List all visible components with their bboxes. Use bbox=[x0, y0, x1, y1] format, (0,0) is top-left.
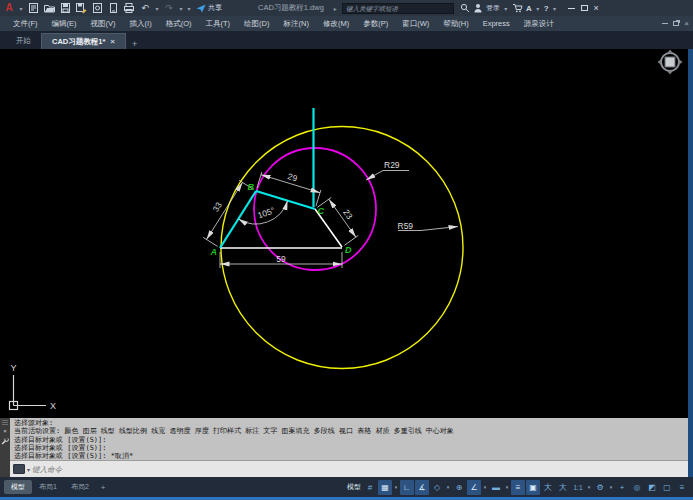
share-button[interactable]: 共享 bbox=[196, 3, 222, 13]
graphics-performance-toggle[interactable]: ◩ bbox=[645, 480, 659, 495]
app-logo-icon[interactable]: A bbox=[2, 2, 16, 14]
dim-angle-text[interactable]: 105° bbox=[256, 205, 276, 220]
menu-yuanquan[interactable]: 源泉设计 bbox=[517, 16, 561, 31]
menu-dimension[interactable]: 标注(N) bbox=[277, 16, 316, 31]
command-prompt-icon[interactable] bbox=[13, 464, 25, 474]
command-history[interactable]: 选择源对象: 当前活动设置: 颜色 图层 线型 线型比例 线宽 透明度 厚度 打… bbox=[10, 418, 693, 460]
redo-dropdown-icon[interactable]: ▾ bbox=[178, 5, 184, 12]
help-button[interactable]: ? bbox=[544, 4, 549, 13]
help-search-input[interactable] bbox=[342, 3, 454, 14]
menu-tools[interactable]: 工具(T) bbox=[199, 16, 238, 31]
menu-format[interactable]: 格式(O) bbox=[159, 16, 199, 31]
tab-close-icon[interactable]: × bbox=[110, 37, 115, 46]
search-caret-icon[interactable]: ▸ bbox=[334, 5, 337, 12]
osnap-dropdown-icon[interactable]: ▾ bbox=[482, 484, 488, 490]
vertical-scrollbar[interactable] bbox=[688, 49, 693, 477]
menu-modify[interactable]: 修改(M) bbox=[316, 16, 356, 31]
dim-ad-text[interactable]: 59 bbox=[276, 254, 286, 264]
drawing-viewport[interactable]: 33 29 23 bbox=[0, 49, 693, 418]
line-ab[interactable] bbox=[220, 191, 256, 248]
annotation-scale-button[interactable]: 1:1 bbox=[571, 480, 585, 495]
snap-dropdown-icon[interactable]: ▾ bbox=[393, 484, 399, 490]
command-wrench-icon[interactable] bbox=[1, 437, 9, 445]
close-button[interactable]: × bbox=[594, 4, 599, 13]
help-dropdown-icon[interactable]: ▾ bbox=[552, 5, 558, 12]
user-icon[interactable] bbox=[473, 3, 483, 13]
dim-ab-text[interactable]: 33 bbox=[210, 200, 224, 214]
transmit-button[interactable] bbox=[106, 2, 120, 15]
workspace-dropdown-icon[interactable]: ▾ bbox=[608, 484, 614, 490]
doc-restore-button[interactable] bbox=[673, 21, 679, 26]
maximize-button[interactable] bbox=[581, 5, 588, 11]
app-store-cart-icon[interactable] bbox=[512, 3, 523, 13]
print-button[interactable] bbox=[122, 2, 136, 15]
login-dropdown-icon[interactable]: ▾ bbox=[503, 5, 509, 12]
menu-insert[interactable]: 插入(I) bbox=[123, 16, 159, 31]
autodesk-account-icon[interactable]: A bbox=[526, 4, 532, 13]
menu-parametric[interactable]: 参数(P) bbox=[356, 16, 395, 31]
new-tab-button[interactable]: + bbox=[126, 39, 143, 49]
menu-help[interactable]: 帮助(H) bbox=[436, 16, 475, 31]
customize-plus-button[interactable]: + bbox=[615, 480, 629, 495]
model-tab[interactable]: 模型 bbox=[4, 480, 32, 494]
isolate-objects-toggle[interactable]: ◎ bbox=[630, 480, 644, 495]
command-input[interactable] bbox=[32, 465, 693, 474]
transparency-toggle[interactable]: ≡ bbox=[511, 480, 525, 495]
point-label-b[interactable]: B bbox=[248, 182, 255, 192]
doc-minimize-button[interactable] bbox=[662, 23, 668, 24]
dim-r59-text[interactable]: R59 bbox=[398, 221, 414, 231]
undo-dropdown-icon[interactable]: ▾ bbox=[154, 5, 160, 12]
snap-mode-toggle[interactable]: ▦ bbox=[378, 480, 392, 495]
customization-menu-button[interactable]: ≡ bbox=[675, 480, 689, 495]
clean-screen-toggle[interactable]: ▢ bbox=[660, 480, 674, 495]
dim-r29-text[interactable]: R29 bbox=[384, 160, 400, 170]
undo-button[interactable]: ↶ bbox=[138, 2, 152, 15]
menu-express[interactable]: Express bbox=[476, 16, 517, 31]
redo-button[interactable]: ↷ bbox=[162, 2, 176, 15]
workspace-gear-icon[interactable]: ⚙ bbox=[593, 480, 607, 495]
app-menu-dropdown-icon[interactable]: ▾ bbox=[18, 5, 24, 12]
selection-cycling-toggle[interactable]: ▣ bbox=[526, 480, 540, 495]
open-file-button[interactable] bbox=[42, 2, 56, 15]
dim-bc-text[interactable]: 29 bbox=[287, 171, 299, 183]
model-space-button[interactable]: 模型 bbox=[346, 480, 362, 495]
minimize-button[interactable] bbox=[568, 8, 575, 9]
login-button[interactable]: 登录 bbox=[486, 3, 500, 13]
lineweight-dropdown-icon[interactable]: ▾ bbox=[504, 484, 510, 490]
object-snap-toggle[interactable]: ∠ bbox=[467, 480, 481, 495]
ortho-mode-toggle[interactable]: ∟ bbox=[400, 480, 414, 495]
layout1-tab[interactable]: 布局1 bbox=[32, 480, 64, 494]
point-label-a[interactable]: A bbox=[210, 247, 218, 257]
navigation-wheel[interactable] bbox=[658, 50, 683, 75]
search-icon[interactable] bbox=[460, 3, 470, 13]
tab-start[interactable]: 开始 bbox=[6, 33, 41, 49]
new-layout-button[interactable]: + bbox=[96, 483, 111, 492]
command-close-icon[interactable]: × bbox=[3, 428, 7, 434]
leader-r29[interactable] bbox=[366, 171, 409, 181]
lineweight-toggle[interactable]: ▬ bbox=[489, 480, 503, 495]
ucs-icon[interactable]: Y X bbox=[10, 363, 57, 411]
grid-display-toggle[interactable]: # bbox=[363, 480, 377, 495]
layout2-tab[interactable]: 布局2 bbox=[64, 480, 96, 494]
cad-drawing[interactable]: 33 29 23 bbox=[0, 49, 688, 418]
point-label-d[interactable]: D bbox=[345, 245, 352, 255]
toolbar-overflow-icon[interactable]: ▾ bbox=[186, 5, 192, 12]
account-dropdown-icon[interactable]: ▾ bbox=[535, 5, 541, 12]
doc-close-button[interactable]: × bbox=[684, 19, 689, 28]
menu-draw[interactable]: 绘图(D) bbox=[237, 16, 276, 31]
point-label-c[interactable]: C bbox=[318, 206, 325, 216]
save-as-button[interactable] bbox=[74, 2, 88, 15]
object-snap-tracking-toggle[interactable]: ⊕ bbox=[452, 480, 466, 495]
isometric-drafting-toggle[interactable]: ◇ bbox=[430, 480, 444, 495]
menu-view[interactable]: 视图(V) bbox=[84, 16, 123, 31]
tab-document[interactable]: CAD习题教程1* × bbox=[41, 33, 126, 49]
plot-button[interactable] bbox=[90, 2, 104, 15]
scale-dropdown-icon[interactable]: ▾ bbox=[586, 484, 592, 490]
menu-file[interactable]: 文件(F) bbox=[6, 16, 45, 31]
menu-edit[interactable]: 编辑(E) bbox=[45, 16, 84, 31]
polar-tracking-toggle[interactable]: ∡ bbox=[415, 480, 429, 495]
save-button[interactable] bbox=[58, 2, 72, 15]
command-dropdown-icon[interactable]: ▾ bbox=[27, 466, 30, 473]
menu-window[interactable]: 窗口(W) bbox=[395, 16, 436, 31]
annotation-visibility-toggle[interactable]: 大 bbox=[541, 480, 555, 495]
